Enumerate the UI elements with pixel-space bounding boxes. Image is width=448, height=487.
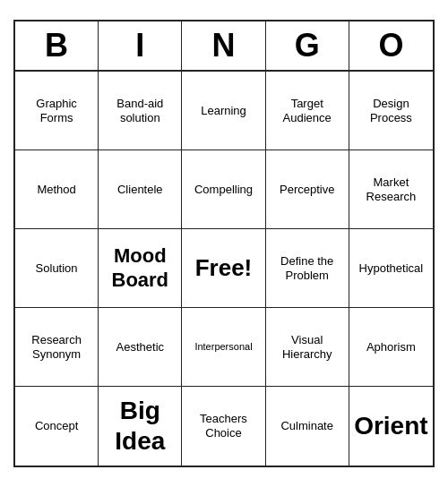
bingo-cell-18: Visual Hierarchy <box>266 308 349 387</box>
bingo-cell-16: Aesthetic <box>99 308 182 387</box>
bingo-cell-23: Culminate <box>266 387 349 466</box>
bingo-header: BINGO <box>15 21 433 72</box>
bingo-cell-7: Compelling <box>182 150 265 229</box>
bingo-cell-4: Design Process <box>349 72 433 150</box>
bingo-cell-0: Graphic Forms <box>15 72 99 150</box>
bingo-cell-17: Interpersonal <box>182 308 265 387</box>
bingo-cell-12: Free! <box>182 229 265 308</box>
bingo-cell-11: Mood Board <box>99 229 182 308</box>
bingo-cell-19: Aphorism <box>349 308 433 387</box>
bingo-cell-20: Concept <box>15 387 99 466</box>
bingo-grid: Graphic FormsBand-aid solutionLearningTa… <box>15 72 433 466</box>
bingo-cell-14: Hypothetical <box>349 229 433 308</box>
bingo-cell-2: Learning <box>182 72 265 150</box>
bingo-card: BINGO Graphic FormsBand-aid solutionLear… <box>13 20 435 467</box>
header-letter-o: O <box>349 21 433 70</box>
bingo-cell-3: Target Audience <box>266 72 349 150</box>
header-letter-i: I <box>99 21 182 70</box>
header-letter-n: N <box>182 21 265 70</box>
bingo-cell-10: Solution <box>15 229 99 308</box>
bingo-cell-6: Clientele <box>99 150 182 229</box>
bingo-cell-22: Teachers Choice <box>182 387 265 466</box>
bingo-cell-9: Market Research <box>349 150 433 229</box>
header-letter-g: G <box>266 21 349 70</box>
header-letter-b: B <box>15 21 99 70</box>
bingo-cell-5: Method <box>15 150 99 229</box>
bingo-cell-1: Band-aid solution <box>99 72 182 150</box>
bingo-cell-13: Define the Problem <box>266 229 349 308</box>
bingo-cell-8: Perceptive <box>266 150 349 229</box>
bingo-cell-24: Orient <box>349 387 433 466</box>
bingo-cell-21: Big Idea <box>99 387 182 466</box>
bingo-cell-15: Research Synonym <box>15 308 99 387</box>
